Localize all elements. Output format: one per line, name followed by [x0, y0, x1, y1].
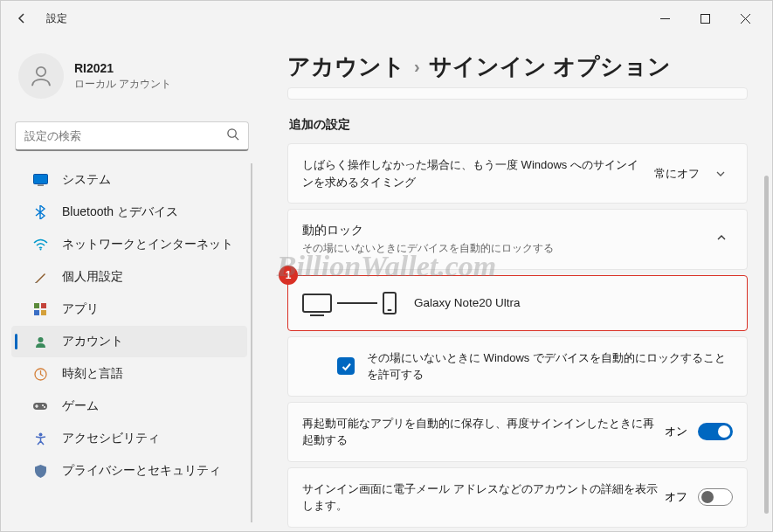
- gaming-icon: [32, 398, 48, 414]
- allow-lock-text: その場にいないときに Windows でデバイスを自動的にロックすることを許可す…: [367, 349, 733, 383]
- breadcrumb: アカウント › サインイン オプション: [287, 52, 748, 82]
- back-button[interactable]: [8, 4, 36, 32]
- profile-block[interactable]: RI2021 ローカル アカウント: [11, 45, 252, 116]
- apps-icon: [32, 301, 48, 317]
- svg-rect-3: [33, 175, 47, 184]
- svg-point-5: [39, 249, 41, 251]
- nav-label: プライバシーとセキュリティ: [62, 463, 221, 479]
- chevron-down-icon: [715, 169, 726, 179]
- email-text: サインイン画面に電子メール アドレスなどのアカウントの詳細を表示します。: [302, 480, 665, 515]
- accessibility-icon: [32, 431, 48, 446]
- nav-label: 個人用設定: [62, 269, 123, 285]
- nav-item-accessibility[interactable]: アクセシビリティ: [11, 423, 247, 454]
- email-toggle[interactable]: [698, 488, 733, 506]
- paired-device-name: Galaxy Note20 Ultra: [414, 296, 521, 309]
- nav-label: アカウント: [62, 334, 123, 349]
- restart-text: 再起動可能なアプリを自動的に保存し、再度サインインしたときに再起動する: [302, 415, 665, 449]
- restart-toggle-label: オン: [665, 424, 687, 439]
- display-icon: [32, 172, 48, 188]
- search-icon: [226, 128, 239, 144]
- arrow-left-icon: [15, 11, 29, 25]
- nav-item-bluetooth[interactable]: Bluetooth とデバイス: [11, 197, 247, 228]
- card-show-email[interactable]: サインイン画面に電子メール アドレスなどのアカウントの詳細を表示します。 オフ: [287, 467, 748, 528]
- nav-item-network[interactable]: ネットワークとインターネット: [11, 229, 247, 260]
- nav-label: アプリ: [62, 301, 99, 317]
- svg-rect-4: [38, 185, 44, 186]
- nav-label: Bluetooth とデバイス: [62, 204, 178, 220]
- card-stub: [287, 87, 748, 100]
- connection-line-icon: [337, 302, 377, 304]
- nav-label: ネットワークとインターネット: [62, 237, 233, 252]
- svg-point-15: [38, 432, 42, 436]
- breadcrumb-current: サインイン オプション: [429, 52, 671, 82]
- idle-dropdown[interactable]: 常にオフ: [647, 162, 733, 185]
- nav-label: アクセシビリティ: [62, 431, 160, 446]
- nav-item-system[interactable]: システム: [11, 164, 247, 196]
- nav-label: システム: [62, 172, 111, 188]
- pc-icon: [302, 294, 332, 313]
- nav-list: システム Bluetooth とデバイス ネットワークとインターネット 個人用設…: [11, 163, 252, 522]
- svg-rect-9: [41, 310, 46, 315]
- nav-item-accounts[interactable]: アカウント: [11, 326, 247, 357]
- sidebar-scrollbar[interactable]: [251, 163, 252, 522]
- main-content: アカウント › サインイン オプション 追加の設定 しばらく操作しなかった場合に…: [263, 36, 772, 531]
- nav-item-gaming[interactable]: ゲーム: [11, 390, 247, 422]
- window-title: 設定: [46, 11, 67, 26]
- svg-rect-6: [34, 303, 39, 308]
- card-dynamic-lock[interactable]: 動的ロック その場にいないときにデバイスを自動的にロックする: [287, 209, 748, 270]
- dynlock-title: 動的ロック: [302, 222, 710, 239]
- close-button[interactable]: [725, 4, 765, 32]
- minimize-button[interactable]: [645, 4, 685, 32]
- email-toggle-label: オフ: [665, 489, 687, 505]
- breadcrumb-parent[interactable]: アカウント: [287, 52, 405, 82]
- maximize-icon: [701, 14, 710, 24]
- card-desc: しばらく操作しなかった場合に、もう一度 Windows へのサインインを求めるタ…: [302, 156, 647, 190]
- svg-rect-7: [41, 303, 46, 308]
- main-scrollbar[interactable]: [764, 176, 769, 514]
- card-allow-lock[interactable]: その場にいないときに Windows でデバイスを自動的にロックすることを許可す…: [287, 336, 748, 397]
- person-icon: [28, 63, 54, 89]
- profile-name: RI2021: [74, 61, 171, 75]
- nav-item-apps[interactable]: アプリ: [11, 294, 247, 325]
- maximize-button[interactable]: [685, 4, 725, 32]
- card-paired-device[interactable]: 1 Galaxy Note20 Ultra: [287, 275, 748, 331]
- clock-globe-icon: [32, 366, 48, 382]
- shield-icon: [32, 463, 48, 479]
- close-icon: [741, 14, 750, 24]
- brush-icon: [32, 269, 48, 285]
- search-input[interactable]: [24, 129, 226, 142]
- avatar: [18, 53, 64, 99]
- minimize-icon: [660, 14, 670, 24]
- check-icon: [341, 361, 352, 372]
- search-box[interactable]: [15, 121, 249, 151]
- phone-icon: [383, 292, 397, 314]
- chevron-right-icon: ›: [414, 57, 420, 77]
- svg-point-14: [44, 406, 45, 408]
- svg-point-1: [37, 67, 46, 77]
- nav-label: 時刻と言語: [62, 366, 123, 382]
- svg-point-10: [38, 337, 43, 342]
- card-idle-signin[interactable]: しばらく操作しなかった場合に、もう一度 Windows へのサインインを求めるタ…: [287, 143, 748, 204]
- bluetooth-icon: [32, 204, 48, 220]
- allow-lock-checkbox[interactable]: [337, 357, 355, 375]
- card-restart-apps[interactable]: 再起動可能なアプリを自動的に保存し、再度サインインしたときに再起動する オン: [287, 402, 748, 462]
- wifi-icon: [32, 237, 48, 252]
- device-pair-graphic: [302, 292, 397, 314]
- nav-item-personalization[interactable]: 個人用設定: [11, 261, 247, 293]
- restart-toggle[interactable]: [698, 423, 733, 440]
- svg-point-2: [228, 129, 236, 137]
- svg-point-13: [42, 404, 44, 406]
- dropdown-value: 常にオフ: [654, 166, 700, 182]
- section-additional-title: 追加の設定: [289, 117, 748, 133]
- titlebar: 設定: [1, 1, 772, 36]
- svg-rect-8: [34, 310, 39, 315]
- nav-item-privacy[interactable]: プライバシーとセキュリティ: [11, 455, 247, 487]
- account-icon: [32, 334, 48, 349]
- svg-rect-0: [701, 14, 709, 23]
- annotation-badge: 1: [279, 266, 298, 285]
- nav-item-time-language[interactable]: 時刻と言語: [11, 358, 247, 390]
- dynlock-sub: その場にいないときにデバイスを自動的にロックする: [302, 241, 710, 256]
- chevron-up-icon: [715, 231, 728, 244]
- profile-type: ローカル アカウント: [74, 77, 171, 92]
- collapse-button[interactable]: [710, 226, 733, 252]
